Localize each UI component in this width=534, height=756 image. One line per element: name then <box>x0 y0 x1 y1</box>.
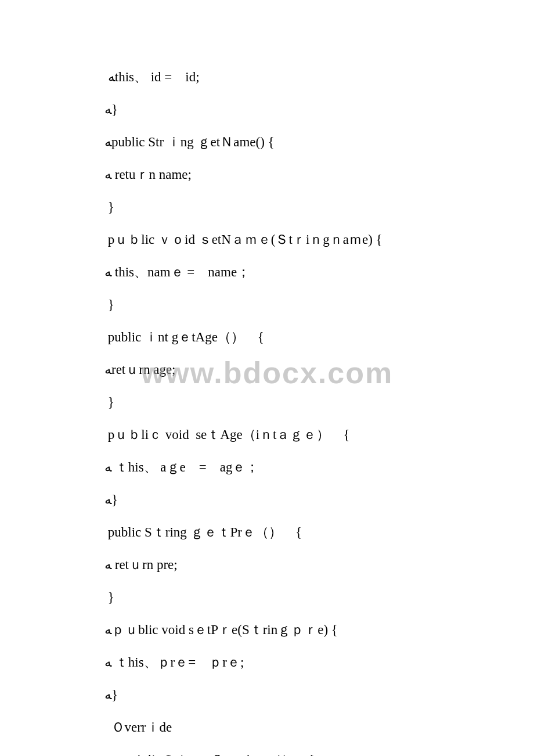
code-line: } <box>52 291 482 318</box>
code-line: ﻪｐｕblic void sｅtPｒe(Sｔrinｇｐｒe) { <box>52 617 482 643</box>
code-line: pｕｂliｃ void seｔAge（iｎtａｇｅ） { <box>52 422 482 448</box>
code-line: ﻪ} <box>52 682 482 708</box>
code-line: } <box>52 194 482 221</box>
code-line: ﻪpublic Str ｉng ｇetＮame() { <box>52 129 482 156</box>
code-line: } <box>52 389 482 416</box>
code-line: pｕｂlic ｖｏid ｓetNａｍｅ(Ｓtｒiｎgｎaｍe) { <box>52 226 482 253</box>
code-line: ﻪretｕrn age; <box>52 357 482 383</box>
code-line: Ｏverrｉde <box>52 714 482 741</box>
code-line: ﻪ ｔhis、 aｇe = agｅ； <box>52 454 482 481</box>
code-line: pｕｂlic String toＳtｒｉng（） { <box>52 747 482 756</box>
code-line: ﻪ} <box>52 96 482 123</box>
document-page: www.bdocx.com ﻪthis、 id = id; ﻪ} ﻪpublic… <box>0 0 534 756</box>
code-line: ﻪ this、namｅ = name； <box>52 259 482 286</box>
code-line: } <box>52 584 482 611</box>
code-line: ﻪ retｕrn pre; <box>52 552 482 578</box>
code-line: ﻪ} <box>52 487 482 513</box>
code-line: ﻪthis、 id = id; <box>52 64 482 91</box>
code-line: ﻪ retuｒn name; <box>52 161 482 188</box>
code-line: public Sｔring ｇｅｔPrｅ（） { <box>52 519 482 546</box>
code-line: public ｉnt gｅtAge（） { <box>52 324 482 351</box>
code-line: ﻪ ｔhis、ｐrｅ= ｐrｅ; <box>52 649 482 676</box>
